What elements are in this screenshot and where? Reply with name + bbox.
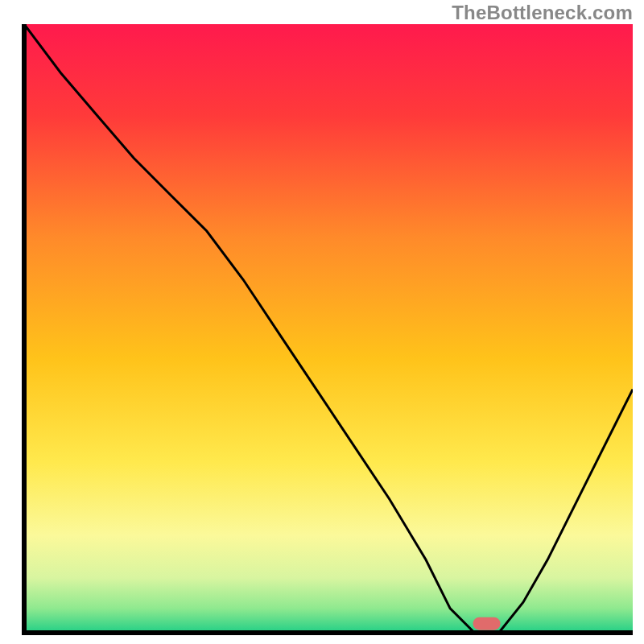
chart-container: TheBottleneck.com	[0, 0, 644, 644]
bottleneck-chart	[0, 0, 644, 644]
watermark-label: TheBottleneck.com	[452, 2, 633, 24]
optimum-marker	[473, 617, 501, 630]
plot-background-gradient	[24, 24, 633, 633]
